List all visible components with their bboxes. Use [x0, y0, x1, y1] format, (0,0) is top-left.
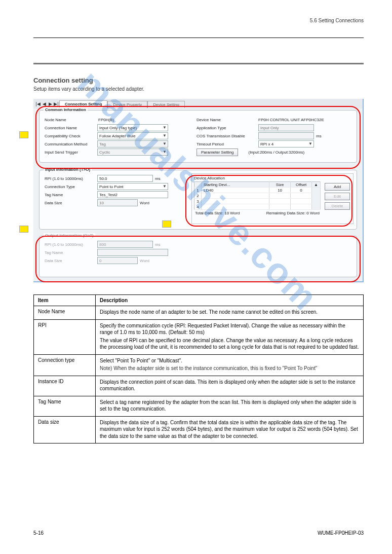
dd-send-trigger: Cyclic▼ — [97, 149, 168, 156]
col-size: Size — [269, 182, 291, 188]
chevron-down-icon: ▼ — [163, 184, 167, 189]
panel-output: Output Information (O>T) RPI (1.0 to 100… — [39, 236, 357, 277]
nav-first-icon[interactable]: |◀ — [35, 100, 41, 107]
dd-comm-method: Tag▼ — [97, 140, 168, 147]
row-instance-id: Instance ID Displays the connection poin… — [34, 376, 364, 396]
lbl-compat-check: Compatibility Check — [45, 134, 97, 138]
nav-next-icon[interactable]: ▶ — [47, 100, 53, 107]
col-start-device: Starting Devi... — [202, 182, 269, 188]
chevron-down-icon: ▼ — [163, 141, 167, 146]
in-out-size: 0 — [97, 257, 138, 264]
val-node-name: FP0H(B) — [97, 118, 114, 122]
col-offset: Offset — [291, 182, 312, 188]
row-node-name: Node Name Displays the node name of an a… — [34, 306, 364, 320]
lbl-node-name: Node Name — [45, 118, 97, 122]
screenshot-frame: manualshive.com 1 2 3 |◀ ◀ ▶ ▶| Connecti… — [33, 99, 364, 282]
val-device-name: FP0H CONTROL UNIT AFP0HC32E — [258, 118, 324, 122]
tab-device-property[interactable]: Device Property — [107, 101, 147, 108]
lbl-comm-method: Communication Method — [45, 142, 97, 146]
lbl-tag-name: Tag Name — [45, 193, 97, 197]
alloc-row[interactable]: 2 — [194, 193, 321, 199]
in-rpi[interactable]: 50.0 — [97, 175, 153, 182]
tab-device-setting[interactable]: Device Setting — [147, 101, 185, 108]
tab-connection-setting[interactable]: Connection Setting — [59, 100, 107, 108]
in-out-rpi: 800 — [97, 241, 153, 248]
unit-rpi: ms — [153, 176, 161, 181]
row-conn-type: Connection type Select "Point To Point" … — [34, 354, 364, 376]
val-app-type: Input Only — [258, 124, 314, 131]
lbl-out-rpi: RPI (1.0 to 10000ms) — [45, 242, 97, 247]
alloc-table[interactable]: Starting Devi... Size Offset ▲ 1 LD40 10… — [194, 181, 321, 210]
panel-input-title: Input Information (T>O) — [44, 167, 92, 172]
doc-code: WUME-FP0HEIP-03 — [318, 530, 364, 536]
val-timeout-note: (Input:200ms / Output:3200ms) — [238, 150, 304, 155]
row-data-size: Data size Displays the data size of a ta… — [34, 416, 364, 444]
panel-common-title: Common Information — [44, 107, 88, 112]
alloc-row[interactable]: 4 — [194, 204, 321, 210]
row-tag-name: Tag Name Select a tag name registered by… — [34, 396, 364, 416]
alloc-title: Device Allocation — [194, 176, 351, 180]
group-device-allocation: Device Allocation Starting Devi... Size … — [191, 173, 354, 224]
rule-thin — [33, 38, 364, 38]
btn-edit[interactable]: Edit — [325, 193, 350, 200]
dd-connection-name[interactable]: Input Only (Tag type)▼ — [97, 124, 168, 131]
lbl-device-name: Device Name — [197, 118, 258, 122]
lbl-cos-disable: COS Transmission Disable — [197, 134, 258, 138]
chevron-down-icon: ▼ — [163, 133, 167, 138]
row-rpi: RPI Specify the communication cycle (RPI… — [34, 319, 364, 354]
th-item: Item — [34, 295, 96, 306]
section-title: Connection setting — [33, 77, 364, 84]
rule-thick — [33, 63, 364, 64]
dd-conn-type[interactable]: Point to Point▼ — [97, 183, 168, 190]
alloc-row[interactable]: 1 LD40 10 0 — [194, 188, 321, 193]
panel-input: Input Information (T>O) RPI (1.0 to 1000… — [39, 170, 357, 230]
panel-common: Common Information Node Name FP0H(B) Con… — [39, 110, 357, 163]
unit-word: Word — [138, 201, 149, 205]
unit-ms: ms — [314, 134, 322, 138]
callout-1: 1 — [19, 131, 28, 138]
btn-add[interactable]: Add — [325, 183, 350, 191]
alloc-total: Total Data Size: 10 Word — [195, 211, 240, 215]
lbl-timeout: Timeout Period — [197, 142, 258, 146]
page-number: 5-16 — [33, 530, 44, 536]
scroll-up-icon[interactable]: ▲ — [312, 182, 321, 188]
btn-delete[interactable]: Delete — [325, 202, 350, 210]
in-tag-name[interactable]: Tes_Test2 — [97, 191, 168, 198]
dd-timeout[interactable]: RPI x 4▼ — [258, 140, 314, 147]
nav-last-icon[interactable]: ▶| — [53, 100, 59, 107]
btn-parameter-setting[interactable]: Parameter Setting — [197, 149, 238, 156]
unit-out-word: Word — [138, 258, 149, 263]
section-sub: Setup items vary according to a selected… — [33, 86, 364, 92]
callout-2: 2 — [19, 226, 28, 233]
lbl-app-type: Application Type — [197, 126, 258, 130]
chevron-down-icon: ▼ — [163, 125, 167, 130]
callout-3: 3 — [162, 220, 171, 228]
alloc-row[interactable]: 3 — [194, 199, 321, 204]
in-cos-disable — [258, 132, 314, 139]
chapter-ref: 5.6 Setting Connections — [33, 18, 364, 23]
lbl-data-size: Data Size — [45, 201, 97, 205]
chevron-down-icon: ▼ — [163, 150, 167, 154]
nav-prev-icon[interactable]: ◀ — [41, 100, 47, 107]
lbl-out-tag: Tag Name — [45, 250, 97, 255]
lbl-rpi: RPI (1.0 to 10000ms) — [45, 176, 97, 181]
in-data-size: 10 — [97, 199, 138, 206]
unit-out-ms: ms — [153, 242, 161, 247]
lbl-connection-name: Connection Name — [45, 126, 97, 130]
panel-output-title: Output Information (O>T) — [44, 233, 95, 238]
settings-table: Item Description Node Name Displays the … — [33, 294, 364, 444]
lbl-send-trigger: Input Send Trigger — [45, 150, 97, 155]
lbl-conn-type: Connection Type — [45, 184, 97, 189]
lbl-out-size: Data Size — [45, 258, 97, 263]
in-out-tag — [97, 249, 168, 256]
th-desc: Description — [96, 295, 364, 306]
chevron-down-icon: ▼ — [308, 141, 312, 146]
dd-compat-check[interactable]: Follow Adapter Rule▼ — [97, 132, 168, 139]
